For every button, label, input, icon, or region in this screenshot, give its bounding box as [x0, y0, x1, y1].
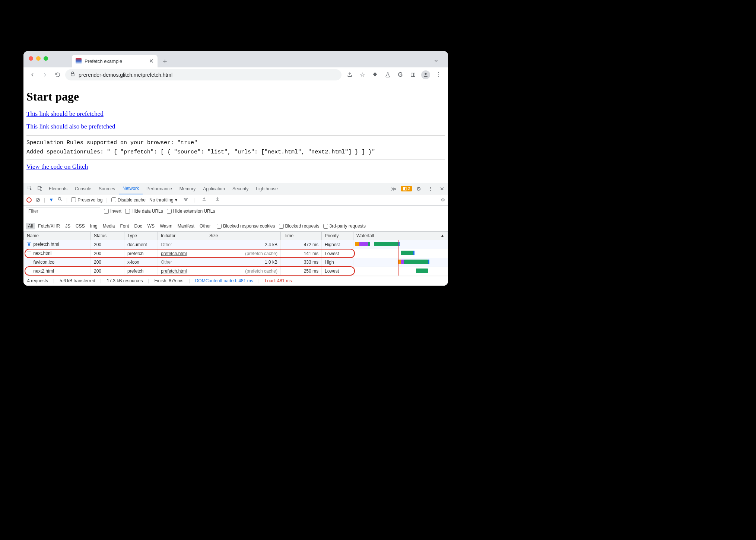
column-waterfall[interactable]: Waterfall ▲ [353, 232, 448, 240]
column-time[interactable]: Time [281, 232, 322, 240]
share-icon[interactable] [345, 70, 354, 79]
column-type[interactable]: Type [124, 232, 158, 240]
table-row[interactable]: next2.html200prefetchprefetch.html(prefe… [24, 267, 448, 276]
column-status[interactable]: Status [91, 232, 124, 240]
devtools-menu-icon[interactable]: ⋮ [426, 186, 435, 192]
export-har-icon[interactable] [213, 197, 222, 203]
settings-icon[interactable]: ⚙ [414, 186, 423, 192]
hide-extension-urls-checkbox[interactable]: Hide extension URLs [167, 209, 215, 214]
devtools-tab-network[interactable]: Network [119, 183, 143, 194]
status-transferred: 5.6 kB transferred [60, 278, 95, 283]
network-conditions-icon[interactable] [181, 197, 191, 203]
type-filter-doc[interactable]: Doc [132, 223, 144, 229]
code-line-1: Speculation Rules supported on your brow… [26, 140, 445, 146]
table-row[interactable]: prefetch.html200documentOther2.4 kB472 m… [24, 240, 448, 249]
labs-icon[interactable] [383, 70, 392, 79]
more-tabs-icon[interactable]: ≫ [389, 186, 399, 192]
type-filter-fetch-xhr[interactable]: Fetch/XHR [36, 223, 62, 229]
waterfall-cell [353, 267, 448, 276]
bookmark-icon[interactable]: ☆ [358, 70, 367, 79]
search-icon[interactable] [57, 197, 63, 203]
toolbar: prerender-demos.glitch.me/prefetch.html … [23, 67, 448, 82]
inspect-icon[interactable] [25, 185, 35, 192]
import-har-icon[interactable] [199, 197, 209, 203]
blocked-cookies-checkbox[interactable]: Blocked response cookies [217, 223, 275, 229]
type-filter-other[interactable]: Other [197, 223, 213, 229]
type-filter-css[interactable]: CSS [73, 223, 87, 229]
type-filter-media[interactable]: Media [101, 223, 117, 229]
record-button[interactable] [26, 197, 32, 203]
menu-icon[interactable]: ⋮ [434, 70, 443, 79]
blocked-requests-checkbox[interactable]: Blocked requests [279, 223, 320, 229]
page-content: Start page This link should be prefetche… [23, 82, 448, 183]
file-icon [27, 242, 31, 247]
browser-tab[interactable]: Prefetch example ✕ [72, 55, 158, 67]
type-filter-all[interactable]: All [26, 223, 35, 229]
network-table: NameStatusTypeInitiatorSizeTimePriorityW… [23, 231, 448, 276]
tabs-dropdown-button[interactable] [431, 55, 441, 67]
hide-data-urls-checkbox[interactable]: Hide data URLs [125, 209, 163, 214]
type-filter-font[interactable]: Font [118, 223, 131, 229]
table-row[interactable]: next.html200prefetchprefetch.html(prefet… [24, 249, 448, 258]
svg-rect-5 [38, 186, 41, 190]
profile-avatar[interactable] [421, 70, 430, 79]
devtools-tab-memory[interactable]: Memory [176, 183, 199, 194]
browser-window: Prefetch example ✕ + prerender-demos.gli… [23, 51, 448, 285]
disable-cache-checkbox[interactable]: Disable cache [111, 197, 146, 203]
close-tab-button[interactable]: ✕ [149, 58, 154, 64]
url-text: prerender-demos.glitch.me/prefetch.html [79, 72, 172, 78]
third-party-checkbox[interactable]: 3rd-party requests [323, 223, 366, 229]
svg-point-7 [58, 198, 61, 200]
back-button[interactable] [27, 70, 38, 80]
throttling-select[interactable]: No throttling ▾ [149, 197, 177, 203]
code-line-2: Added speculationrules: " { "prefetch": … [26, 149, 445, 155]
devtools-tab-security[interactable]: Security [229, 183, 252, 194]
network-settings-icon[interactable]: ⚙ [441, 197, 445, 203]
glitch-link[interactable]: View the code on Glitch [26, 163, 445, 171]
waterfall-cell [353, 258, 448, 267]
filter-input[interactable] [26, 207, 100, 215]
tab-title: Prefetch example [85, 58, 122, 64]
warnings-badge[interactable]: ◧ 2 [401, 186, 412, 191]
reload-button[interactable] [53, 70, 63, 80]
filter-toggle-icon[interactable]: ▼ [49, 197, 54, 203]
network-controls: ⊘ | ▼ | Preserve log | Disable cache No … [23, 194, 448, 206]
tab-strip: Prefetch example ✕ + [23, 51, 448, 67]
extensions-icon[interactable] [371, 70, 379, 79]
prefetch-link-2[interactable]: This link should also be prefetched [26, 123, 445, 130]
type-filter-ws[interactable]: WS [145, 223, 157, 229]
type-filter-wasm[interactable]: Wasm [158, 223, 175, 229]
page-heading: Start page [26, 90, 445, 104]
status-requests: 4 requests [27, 278, 48, 283]
minimize-window-button[interactable] [36, 56, 41, 61]
devtools-tab-lighthouse[interactable]: Lighthouse [252, 183, 282, 194]
devtools-tab-performance[interactable]: Performance [143, 183, 176, 194]
column-priority[interactable]: Priority [322, 232, 353, 240]
maximize-window-button[interactable] [44, 56, 48, 61]
close-devtools-icon[interactable]: ✕ [438, 186, 447, 192]
type-filter-img[interactable]: Img [88, 223, 100, 229]
close-window-button[interactable] [29, 56, 33, 61]
devtools-tab-application[interactable]: Application [199, 183, 229, 194]
devtools-tab-console[interactable]: Console [71, 183, 95, 194]
devtools-tab-sources[interactable]: Sources [95, 183, 119, 194]
side-panel-icon[interactable] [409, 70, 417, 79]
clear-button[interactable]: ⊘ [35, 196, 40, 203]
column-initiator[interactable]: Initiator [158, 232, 206, 240]
column-size[interactable]: Size [206, 232, 281, 240]
type-filter-js[interactable]: JS [63, 223, 73, 229]
type-filter-manifest[interactable]: Manifest [175, 223, 197, 229]
new-tab-button[interactable]: + [160, 56, 170, 67]
preserve-log-checkbox[interactable]: Preserve log [71, 197, 102, 203]
device-toggle-icon[interactable] [35, 185, 45, 192]
status-finish: Finish: 875 ms [155, 278, 184, 283]
table-header-row: NameStatusTypeInitiatorSizeTimePriorityW… [24, 232, 448, 240]
forward-button[interactable] [40, 70, 50, 80]
devtools-tab-elements[interactable]: Elements [45, 183, 71, 194]
prefetch-link-1[interactable]: This link should be prefetched [26, 110, 445, 118]
google-icon[interactable]: G [396, 70, 405, 79]
address-bar[interactable]: prerender-demos.glitch.me/prefetch.html [65, 69, 342, 80]
invert-checkbox[interactable]: Invert [104, 209, 121, 214]
table-row[interactable]: favicon.ico200x-iconOther1.0 kB333 msHig… [24, 258, 448, 267]
column-name[interactable]: Name [24, 232, 91, 240]
